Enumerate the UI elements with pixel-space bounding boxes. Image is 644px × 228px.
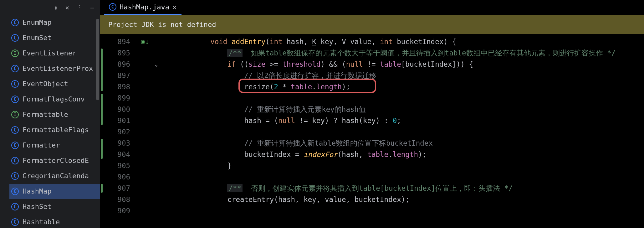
banner-text: Project JDK is not defined [108,21,216,28]
tree-item-label: FormatFlagsConv [23,92,85,107]
code-line[interactable]: // 重新计算待插入元素key的hash值 [193,104,644,115]
code-line[interactable]: hash = (null != key) ? hash(key) : 0; [193,115,644,126]
interface-icon: I [11,111,19,118]
project-tree-panel: ⇕ ✕ ⋮ — CEnumMapCEnumSetIEventListenerCE… [0,0,100,228]
tree-item-label: HashMap [23,184,52,199]
tree-item-label: EnumSet [23,30,52,46]
line-number[interactable]: 906 [100,171,130,183]
jdk-warning-banner[interactable]: Project JDK is not defined [100,15,644,34]
class-icon: C [11,188,19,195]
code-line[interactable]: if ((size >= threshold) && (null != tabl… [193,59,644,70]
code-line[interactable]: // 以2倍长度进行扩容，并进行数据迁移 [193,70,644,81]
code-line[interactable] [193,205,644,216]
code-line[interactable]: /** 如果table数组保存的元素个数大于等于阈值，并且待插入到table数组… [193,47,644,59]
tree-item-label: EnumMap [23,15,52,30]
line-number[interactable]: 907 [100,183,130,194]
sidebar-item-formatterclosede[interactable]: CFormatterClosedE [9,153,100,168]
sidebar-item-eventobject[interactable]: CEventObject [9,76,100,92]
override-gutter-icon[interactable]: ◉↓ [141,36,149,47]
sidebar-item-hashmap[interactable]: CHashMap [9,184,100,199]
tree-item-label: Formattable [23,107,68,122]
tree-item-label: EventListener [23,46,76,61]
line-number-gutter[interactable]: 8948958968978988999009019029039049059069… [100,34,137,228]
vcs-change-mark[interactable] [101,94,103,125]
vcs-change-mark[interactable] [101,49,103,91]
line-number[interactable]: 901 [100,115,130,126]
close-icon[interactable]: ✕ [65,4,69,11]
tab-title: HashMap.java [120,3,169,11]
code-line[interactable]: resize(2 * table.length); [193,81,644,92]
line-number[interactable]: 897 [100,70,130,81]
line-number[interactable]: 909 [100,205,130,216]
tab-hashmap-java[interactable]: C HashMap.java ✕ [104,0,181,15]
line-number[interactable]: 904 [100,149,130,160]
editor-tabbar: C HashMap.java ✕ [100,0,644,15]
tab-close-icon[interactable]: ✕ [172,3,176,11]
sidebar-item-hashset[interactable]: CHashSet [9,199,100,215]
vcs-change-strip [100,34,103,228]
class-icon: C [11,126,19,134]
vcs-change-mark[interactable] [101,184,103,193]
line-number[interactable]: 902 [100,126,130,137]
sidebar-item-formattable[interactable]: IFormattable [9,107,100,122]
code-line[interactable] [193,92,644,104]
vcs-change-mark[interactable] [101,139,103,159]
sidebar-scrollbar[interactable] [96,19,99,100]
interface-icon: I [11,49,19,57]
expand-collapse-icon[interactable]: ⇕ [54,4,58,11]
line-number[interactable]: 896 [100,59,130,70]
code-content[interactable]: void addEntry(int hash, K key, V value, … [193,34,644,228]
sidebar-item-formatflagsconv[interactable]: CFormatFlagsConv [9,92,100,107]
code-line[interactable]: /** 否则，创建实体元素并将其插入到table[bucketIndex]位置上… [193,183,644,194]
code-line[interactable]: } [193,160,644,171]
code-line[interactable]: // 重新计算待插入新table数组的位置下标bucketIndex [193,137,644,149]
fold-column[interactable]: ◉↓⌄ [137,34,193,228]
sidebar-item-eventlistener[interactable]: IEventListener [9,46,100,61]
line-number[interactable]: 905 [100,160,130,171]
sidebar-item-gregoriancalenda[interactable]: CGregorianCalenda [9,168,100,184]
editor-panel: C HashMap.java ✕ Project JDK is not defi… [100,0,644,228]
class-icon: C [11,96,19,103]
sidebar-item-formattableflags[interactable]: CFormattableFlags [9,122,100,138]
line-number[interactable]: 895 [100,47,130,59]
class-icon: C [11,203,19,210]
more-icon[interactable]: ⋮ [77,4,83,11]
class-icon: C [11,19,19,26]
line-number[interactable]: 903 [100,137,130,149]
line-number[interactable]: 900 [100,104,130,115]
fold-toggle-icon[interactable]: ⌄ [155,59,158,70]
tree-item-label: GregorianCalenda [23,168,89,184]
class-icon: C [11,218,19,226]
tree-item-label: EventListenerProx [23,61,93,76]
tree-item-label: EventObject [23,76,68,92]
class-icon: C [109,3,116,11]
code-line[interactable] [193,126,644,137]
project-tree[interactable]: CEnumMapCEnumSetIEventListenerCEventList… [0,15,100,228]
code-line[interactable]: bucketIndex = indexFor(hash, table.lengt… [193,149,644,160]
tree-item-label: Formatter [23,138,60,153]
sidebar-toolstrip: ⇕ ✕ ⋮ — [0,0,100,15]
class-icon: C [11,34,19,42]
line-number[interactable]: 899 [100,92,130,104]
sidebar-item-enummap[interactable]: CEnumMap [9,15,100,30]
line-number[interactable]: 894 [100,36,130,47]
class-icon: C [11,157,19,164]
tree-item-label: FormattableFlags [23,122,89,138]
class-icon: C [11,65,19,72]
class-icon: C [11,172,19,180]
class-icon: C [11,142,19,149]
code-line[interactable]: createEntry(hash, key, value, bucketInde… [193,194,644,205]
class-icon: C [11,80,19,88]
sidebar-item-hashtable[interactable]: CHashtable [9,215,100,228]
tree-item-label: HashSet [23,199,52,215]
line-number[interactable]: 898 [100,81,130,92]
tree-item-label: Hashtable [23,215,60,228]
code-line[interactable]: void addEntry(int hash, K key, V value, … [193,36,644,47]
sidebar-item-enumset[interactable]: CEnumSet [9,30,100,46]
sidebar-item-formatter[interactable]: CFormatter [9,138,100,153]
minimize-icon[interactable]: — [90,4,94,11]
code-line[interactable] [193,171,644,183]
line-number[interactable]: 908 [100,194,130,205]
tree-item-label: FormatterClosedE [23,153,89,168]
sidebar-item-eventlistenerprox[interactable]: CEventListenerProx [9,61,100,76]
